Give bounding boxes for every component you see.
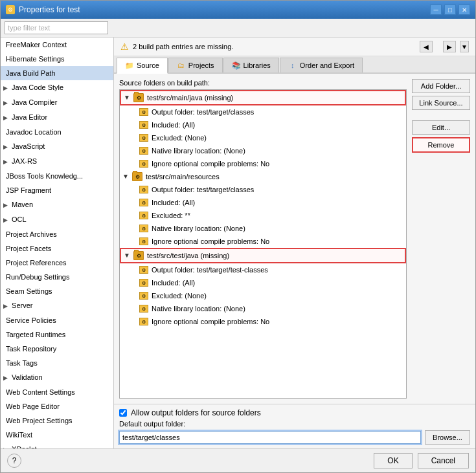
sidebar-item-validation[interactable]: ▶ Validation (1, 370, 113, 385)
tree-row-17[interactable]: ⚙ Native library location: (None) (120, 302, 406, 315)
included-icon-2: ⚙ (139, 199, 148, 206)
tab-source[interactable]: 📁 Source (117, 58, 168, 74)
tree-row-16[interactable]: ⚙ Excluded: (None) (120, 289, 406, 302)
included-icon-3: ⚙ (139, 279, 148, 287)
sidebar-item-project-facets[interactable]: Project Facets (1, 241, 113, 256)
checkbox-row: Allow output folders for source folders (119, 408, 470, 417)
tab-projects[interactable]: 🗂 Projects (168, 58, 223, 72)
source-tree: ▼ ⚙ test/src/main/java (missing) ⚙ (119, 89, 407, 399)
source-tab-icon: 📁 (125, 61, 134, 70)
tree-row-8[interactable]: ⚙ Output folder: test/target/classes (120, 183, 406, 196)
nav-dropdown-button[interactable]: ▼ (460, 41, 469, 52)
tab-bar: 📁 Source 🗂 Projects 📚 Libraries ↕ Order … (114, 56, 475, 74)
content-area: FreeMaker Context Hibernate Settings Jav… (1, 19, 475, 448)
tree-row-4[interactable]: ⚙ Excluded: (None) (120, 131, 406, 144)
tree-label-4: Excluded: (None) (152, 132, 207, 144)
help-button[interactable]: ? (7, 454, 21, 468)
tree-label-3: Included: (All) (152, 119, 195, 131)
sidebar-item-xdoclet[interactable]: ▶ XDoclet (1, 442, 113, 448)
tab-source-label: Source (137, 61, 159, 69)
add-folder-button[interactable]: Add Folder... (412, 79, 470, 93)
excluded-icon-3: ⚙ (139, 292, 148, 300)
sidebar-item-project-references[interactable]: Project References (1, 256, 113, 270)
maximize-button[interactable]: □ (444, 5, 456, 15)
folder-icon-3: ⚙ (133, 251, 144, 260)
button-panel: Add Folder... Link Source... Edit... Rem… (412, 79, 470, 399)
native-icon-2: ⚙ (139, 225, 148, 232)
native-icon-1: ⚙ (139, 147, 148, 155)
tree-row-14[interactable]: ⚙ Output folder: test/target/test-classe… (120, 263, 406, 276)
sidebar-item-seam[interactable]: Seam Settings (1, 284, 113, 298)
tree-row-15[interactable]: ⚙ Included: (All) (120, 276, 406, 289)
sidebar-item-wikitext[interactable]: WikiText (1, 428, 113, 442)
tree-label-10: Excluded: ** (152, 210, 190, 221)
tree-row-10[interactable]: ⚙ Excluded: ** (120, 209, 406, 222)
tree-label-18: Ignore optional compile problems: No (152, 316, 269, 327)
output-folder-input[interactable] (119, 431, 421, 444)
tab-libraries-label: Libraries (244, 61, 271, 69)
window-title: Properties for test (19, 5, 80, 14)
sidebar-item-freemarker[interactable]: FreeMaker Context (1, 38, 113, 52)
sidebar-item-server[interactable]: ▶ Server (1, 298, 113, 313)
tree-row-12[interactable]: ⚙ Ignore optional compile problems: No (120, 235, 406, 248)
link-source-button[interactable]: Link Source... (412, 96, 470, 110)
sidebar-item-ocl[interactable]: ▶ OCL (1, 212, 113, 227)
title-bar-controls: ─ □ ✕ (430, 5, 470, 15)
nav-forward-button[interactable]: ▶ (443, 41, 456, 52)
sidebar-item-targeted-runtimes[interactable]: Targeted Runtimes (1, 327, 113, 342)
allow-output-checkbox[interactable] (119, 409, 127, 417)
sidebar-item-java-build-path[interactable]: Java Build Path (1, 66, 113, 80)
output-icon-3: ⚙ (139, 266, 148, 274)
tree-label-1: test/src/main/java (missing) (147, 92, 233, 104)
remove-button[interactable]: Remove (412, 137, 470, 153)
tree-row-9[interactable]: ⚙ Included: (All) (120, 196, 406, 209)
tree-label-16: Excluded: (None) (152, 290, 207, 302)
tree-row-11[interactable]: ⚙ Native library location: (None) (120, 222, 406, 235)
edit-button[interactable]: Edit... (412, 120, 470, 135)
sidebar-item-run-debug[interactable]: Run/Debug Settings (1, 270, 113, 284)
sidebar-item-jaxrs[interactable]: ▶ JAX-RS (1, 154, 113, 169)
nav-back-button[interactable]: ◀ (420, 41, 433, 52)
ok-button[interactable]: OK (374, 453, 412, 468)
tree-row-2[interactable]: ⚙ Output folder: test/target/classes (120, 105, 406, 118)
tree-row-13[interactable]: ▼ ⚙ test/src/test/java (missing) (120, 248, 406, 263)
filter-input[interactable] (5, 21, 108, 34)
footer-buttons: OK Cancel (374, 453, 469, 468)
sidebar-item-web-project[interactable]: Web Project Settings (1, 413, 113, 428)
sidebar-item-hibernate[interactable]: Hibernate Settings (1, 52, 113, 66)
sidebar-item-project-archives[interactable]: Project Archives (1, 227, 113, 241)
sidebar-item-task-repository[interactable]: Task Repository (1, 342, 113, 356)
warning-bar: ⚠ 2 build path entries are missing. ◀ ▶ … (114, 38, 475, 56)
output-folder-row: Browse... (119, 430, 470, 445)
main-split: FreeMaker Context Hibernate Settings Jav… (1, 38, 475, 448)
tree-row-6[interactable]: ⚙ Ignore optional compile problems: No (120, 157, 406, 170)
sidebar-item-java-compiler[interactable]: ▶ Java Compiler (1, 95, 113, 110)
minimize-button[interactable]: ─ (430, 5, 442, 15)
browse-button[interactable]: Browse... (425, 430, 470, 445)
cancel-button[interactable]: Cancel (418, 453, 469, 468)
sidebar-item-jsp[interactable]: JSP Fragment (1, 183, 113, 197)
tab-order-export[interactable]: ↕ Order and Export (280, 58, 363, 72)
excluded-icon-2: ⚙ (139, 212, 148, 219)
sidebar-item-javascript[interactable]: ▶ JavaScript (1, 139, 113, 154)
tree-row-18[interactable]: ⚙ Ignore optional compile problems: No (120, 315, 406, 328)
tree-row-1[interactable]: ▼ ⚙ test/src/main/java (missing) (120, 90, 406, 105)
tree-label-15: Included: (All) (152, 277, 195, 289)
tab-libraries[interactable]: 📚 Libraries (223, 58, 279, 72)
sidebar-item-service-policies[interactable]: Service Policies (1, 313, 113, 327)
sidebar-item-web-page[interactable]: Web Page Editor (1, 399, 113, 413)
sidebar-item-java-editor[interactable]: ▶ Java Editor (1, 110, 113, 125)
close-button[interactable]: ✕ (459, 5, 470, 15)
output-icon-1: ⚙ (139, 108, 148, 116)
sidebar-item-jboss[interactable]: JBoss Tools Knowledg... (1, 169, 113, 183)
tree-row-3[interactable]: ⚙ Included: (All) (120, 118, 406, 131)
sidebar-item-javadoc[interactable]: Javadoc Location (1, 125, 113, 139)
tree-row-7[interactable]: ▼ ⚙ test/src/main/resources (120, 170, 406, 183)
tree-row-5[interactable]: ⚙ Native library location: (None) (120, 144, 406, 157)
tree-label-13: test/src/test/java (missing) (147, 250, 229, 261)
sidebar-item-task-tags[interactable]: Task Tags (1, 356, 113, 370)
sidebar-item-java-code-style[interactable]: ▶ Java Code Style (1, 80, 113, 95)
tree-label-12: Ignore optional compile problems: No (152, 236, 269, 247)
sidebar-item-maven[interactable]: ▶ Maven (1, 197, 113, 212)
sidebar-item-web-content[interactable]: Web Content Settings (1, 385, 113, 399)
